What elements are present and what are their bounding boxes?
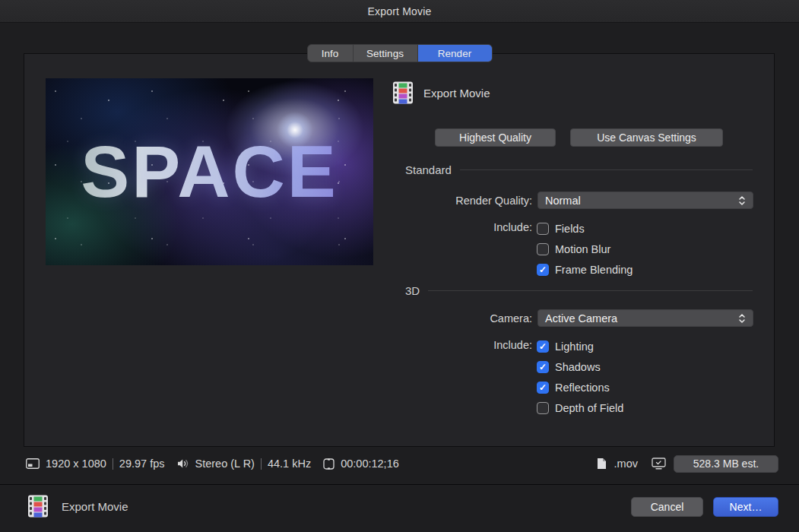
depth-of-field-label: Depth of Field [555,402,623,414]
movie-preview-image: SPACE [46,78,373,265]
export-header: Export Movie [392,81,490,105]
cancel-button[interactable]: Cancel [631,497,703,517]
camera-label: Camera: [357,312,532,325]
section-3d-header: 3D [405,283,753,297]
camera-select[interactable]: Active Camera [537,309,753,327]
chevron-up-down-icon [738,312,746,325]
footer-divider [0,484,799,485]
tab-info[interactable]: Info [308,45,354,62]
shadows-label: Shadows [555,361,601,373]
film-frame-icon [323,458,335,470]
motion-blur-checkbox[interactable] [537,243,549,255]
divider [261,458,262,470]
file-extension-value: .mov [614,458,638,470]
audio-channels-value: Stereo (L R) [195,458,255,470]
titlebar[interactable]: Export Movie [0,0,799,23]
status-bar-media-info: 1920 x 1080 29.97 fps Stereo (L R) 44.1 … [26,454,399,473]
monitor-icon [652,458,666,470]
standard-include-group: Fields Motion Blur Frame Blending [537,218,633,280]
reflections-checkbox[interactable] [537,382,549,394]
3d-include-label: Include: [357,339,532,351]
tab-bar: Info Settings Render [307,44,493,62]
section-divider [460,169,753,170]
section-3d-title: 3D [405,284,420,297]
checkbox-row-frame-blending: Frame Blending [537,259,633,280]
section-standard-header: Standard [405,163,753,176]
filmstrip-icon [392,81,414,104]
motion-blur-label: Motion Blur [555,243,610,255]
standard-include-label: Include: [357,221,532,233]
checkbox-row-fields: Fields [537,218,633,239]
lighting-label: Lighting [555,340,594,353]
checkbox-row-depth-of-field: Depth of Field [537,397,623,418]
document-icon [597,458,607,470]
lighting-checkbox[interactable] [537,340,549,353]
chevron-up-down-icon [738,195,746,207]
file-size-estimate: 528.3 MB est. [674,455,778,473]
reflections-label: Reflections [555,382,610,394]
section-standard-title: Standard [405,163,452,176]
checkbox-row-reflections: Reflections [537,377,623,397]
footer-export-header: Export Movie [27,494,128,518]
display-scale-icon [26,458,40,469]
tab-render[interactable]: Render [418,45,492,62]
highest-quality-button[interactable]: Highest Quality [435,128,556,147]
footer-title: Export Movie [62,500,128,513]
render-quality-select[interactable]: Normal [537,192,753,209]
divider [113,458,113,470]
depth-of-field-checkbox[interactable] [537,402,549,414]
frame-blending-label: Frame Blending [555,264,633,276]
export-movie-dialog: Export Movie Info Settings Render SPACE [0,0,799,532]
checkbox-row-shadows: Shadows [537,356,623,377]
checkbox-row-motion-blur: Motion Blur [537,239,633,259]
frame-blending-checkbox[interactable] [537,264,549,276]
render-quality-label: Render Quality: [357,195,532,207]
resolution-value: 1920 x 1080 [46,458,106,470]
frame-rate-value: 29.97 fps [119,458,165,470]
duration-value: 00:00:12;16 [341,458,399,470]
export-header-title: Export Movie [423,87,490,100]
fields-label: Fields [555,223,585,235]
sample-rate-value: 44.1 kHz [268,458,311,470]
window-title: Export Movie [367,5,431,17]
camera-value: Active Camera [545,312,617,325]
use-canvas-settings-button[interactable]: Use Canvas Settings [570,128,723,147]
section-divider [428,290,753,291]
fields-checkbox[interactable] [537,223,549,235]
preview-title-text: SPACE [46,78,373,265]
3d-include-group: Lighting Shadows Reflections Depth of Fi… [537,336,623,418]
speaker-icon [177,458,189,469]
status-bar-output-info: .mov 528.3 MB est. [597,454,778,473]
render-quality-value: Normal [545,195,581,207]
filmstrip-icon [27,495,49,518]
tab-settings[interactable]: Settings [354,45,418,62]
shadows-checkbox[interactable] [537,361,549,373]
checkbox-row-lighting: Lighting [537,336,623,356]
next-button[interactable]: Next… [713,497,778,517]
